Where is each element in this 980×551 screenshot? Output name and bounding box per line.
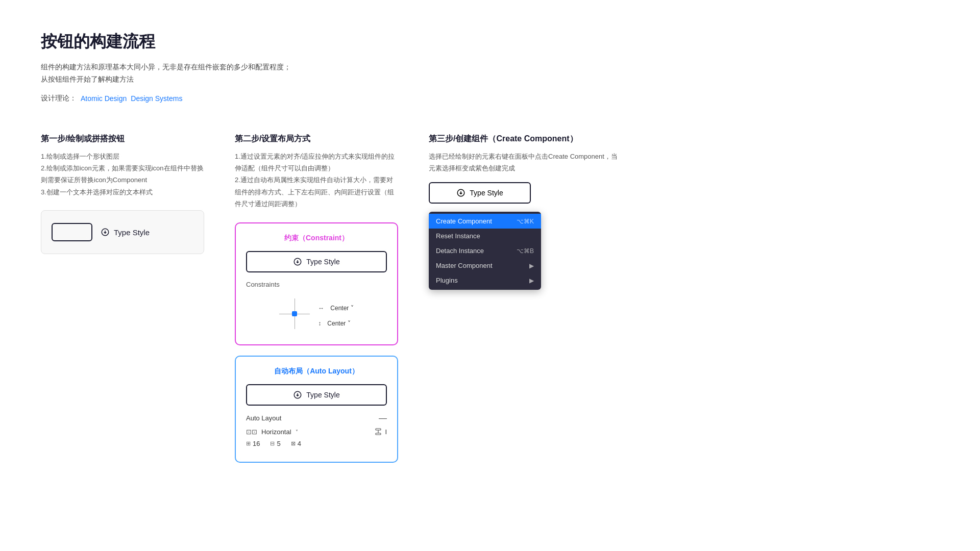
atomic-design-link[interactable]: Atomic Design: [81, 94, 127, 103]
constraint-download-icon: [293, 257, 302, 266]
step2-column: 第二步/设置布局方式 1.通过设置元素的对齐/适应拉伸的方式来实现组件的拉伸适配…: [235, 134, 398, 463]
h-arrow-icon: ↔: [318, 305, 324, 312]
center-dot: [292, 311, 297, 316]
step3-download-icon: [456, 188, 465, 197]
step1-desc: 1.绘制或选择一个形状图层 2.绘制或添加icon元素，如果需要实现icon在组…: [41, 151, 204, 198]
v-constraint-row: ↕ Center ˅: [318, 320, 353, 327]
al-cell-2: ⊟ 5: [270, 440, 280, 447]
svg-rect-4: [376, 433, 381, 435]
v-spacing-separator: I: [385, 428, 387, 436]
plugins-arrow: ▶: [529, 277, 534, 284]
context-menu-item-reset[interactable]: Reset Instance: [429, 229, 541, 243]
constraints-section: Constraints ↔ Center ˅ ↕: [246, 281, 387, 334]
step1-card: Type Style: [41, 210, 204, 254]
constraint-cross: [279, 298, 310, 329]
context-menu-item-create[interactable]: Create Component ⌥⌘K: [429, 214, 541, 229]
step2-title: 第二步/设置布局方式: [235, 134, 398, 144]
page-title: 按钮的构建流程: [41, 31, 939, 53]
autolayout-type-style-button[interactable]: Type Style: [246, 384, 387, 406]
v-spacing-icon: [375, 428, 382, 435]
type-style-label: Type Style: [114, 228, 150, 237]
master-component-label: Master Component: [436, 262, 493, 269]
al-icon-2: ⊟: [270, 440, 275, 447]
design-theory-row: 设计理论： Atomic Design Design Systems: [41, 94, 939, 103]
autolayout-header: Auto Layout —: [246, 414, 387, 423]
autolayout-download-icon: [293, 390, 302, 399]
step1-column: 第一步/绘制或拼搭按钮 1.绘制或选择一个形状图层 2.绘制或添加icon元素，…: [41, 134, 204, 255]
al-icon-3: ⊠: [291, 440, 296, 447]
step2-desc: 1.通过设置元素的对齐/适应拉伸的方式来实现组件的拉伸适配（组件尺寸可以自由调整…: [235, 151, 398, 210]
context-menu-item-detach[interactable]: Detach Instance ⌥⌘B: [429, 243, 541, 258]
step3-content: Type Style Create Component ⌥⌘K Reset In…: [429, 182, 623, 290]
plugins-label: Plugins: [436, 277, 458, 284]
autolayout-card-title: 自动布局（Auto Layout）: [246, 367, 387, 376]
context-menu-item-plugins[interactable]: Plugins ▶: [429, 273, 541, 288]
reset-instance-label: Reset Instance: [436, 232, 480, 240]
step1-desc-line3: 3.创建一个文本并选择对应的文本样式: [41, 186, 204, 198]
h-constraint-value: Center ˅: [330, 305, 353, 312]
create-component-label: Create Component: [436, 217, 492, 225]
step3-button-preview[interactable]: Type Style: [429, 182, 531, 204]
autolayout-button-label: Type Style: [306, 391, 339, 399]
step2-desc-line2: 2.通过自动布局属性来实现组件自动计算大小，需要对组件的排布方式、上下左右间距、…: [235, 174, 398, 210]
al-val-2: 5: [277, 440, 280, 447]
autolayout-values-row: ⊞ 16 ⊟ 5 ⊠ 4: [246, 440, 387, 447]
al-icon-1: ⊞: [246, 440, 251, 447]
step1-desc-line2: 2.绘制或添加icon元素，如果需要实现icon在组件中替换则需要保证所替换ic…: [41, 162, 204, 186]
al-cell-3: ⊠ 4: [291, 440, 301, 447]
autolayout-label: Auto Layout: [246, 414, 281, 422]
svg-rect-3: [376, 429, 381, 430]
constraint-card: 约束（Constraint） Type Style Constraints: [235, 222, 398, 345]
autolayout-direction-row: ⊡⊡ Horizontal ˅ I: [246, 428, 387, 436]
detach-instance-label: Detach Instance: [436, 247, 484, 255]
al-val-3: 4: [298, 440, 301, 447]
constraint-button-label: Type Style: [306, 258, 339, 266]
al-val-1: 16: [253, 440, 260, 447]
page-description: 组件的构建方法和原理基本大同小异，无非是存在组件嵌套的多少和配置程度；从按钮组件…: [41, 61, 296, 86]
step3-column: 第三步/创建组件（Create Component） 选择已经绘制好的元素右键在…: [429, 134, 623, 290]
v-arrow-icon: ↕: [318, 320, 321, 327]
download-icon: [101, 228, 110, 237]
direction-icon: ⊡⊡: [246, 428, 257, 436]
create-component-shortcut: ⌥⌘K: [517, 218, 534, 225]
theory-label: 设计理论：: [41, 94, 77, 103]
design-systems-link[interactable]: Design Systems: [131, 94, 182, 103]
master-component-arrow: ▶: [529, 262, 534, 269]
step1-desc-line1: 1.绘制或选择一个形状图层: [41, 151, 204, 162]
autolayout-section: Auto Layout — ⊡⊡ Horizontal ˅ I: [246, 414, 387, 447]
step3-button-label: Type Style: [470, 189, 503, 197]
al-cell-1: ⊞ 16: [246, 440, 260, 447]
constraint-type-style-button[interactable]: Type Style: [246, 251, 387, 272]
direction-dropdown-arrow[interactable]: ˅: [296, 429, 298, 435]
v-constraint-value: Center ˅: [327, 320, 350, 327]
context-menu-item-master[interactable]: Master Component ▶: [429, 258, 541, 273]
constraint-visual: ↔ Center ˅ ↕ Center ˅: [246, 293, 387, 334]
constraints-label: Constraints: [246, 281, 387, 288]
step3-title: 第三步/创建组件（Create Component）: [429, 134, 623, 144]
autolayout-card: 自动布局（Auto Layout） Type Style Auto Layout…: [235, 356, 398, 463]
direction-value: Horizontal: [261, 428, 291, 436]
constraint-card-title: 约束（Constraint）: [246, 234, 387, 243]
rect-placeholder: [52, 223, 92, 241]
step3-desc: 选择已经绘制好的元素右键在面板中点击Create Component，当元素选择…: [429, 151, 623, 174]
step2-desc-line1: 1.通过设置元素的对齐/适应拉伸的方式来实现组件的拉伸适配（组件尺寸可以自由调整…: [235, 151, 398, 174]
step1-title: 第一步/绘制或拼搭按钮: [41, 134, 204, 144]
context-menu: Create Component ⌥⌘K Reset Instance Deta…: [429, 212, 541, 290]
h-constraint-row: ↔ Center ˅: [318, 305, 353, 312]
autolayout-minus-icon[interactable]: —: [379, 414, 387, 423]
main-columns: 第一步/绘制或拼搭按钮 1.绘制或选择一个形状图层 2.绘制或添加icon元素，…: [41, 134, 939, 463]
type-style-preview: Type Style: [101, 228, 150, 237]
detach-instance-shortcut: ⌥⌘B: [517, 247, 534, 255]
